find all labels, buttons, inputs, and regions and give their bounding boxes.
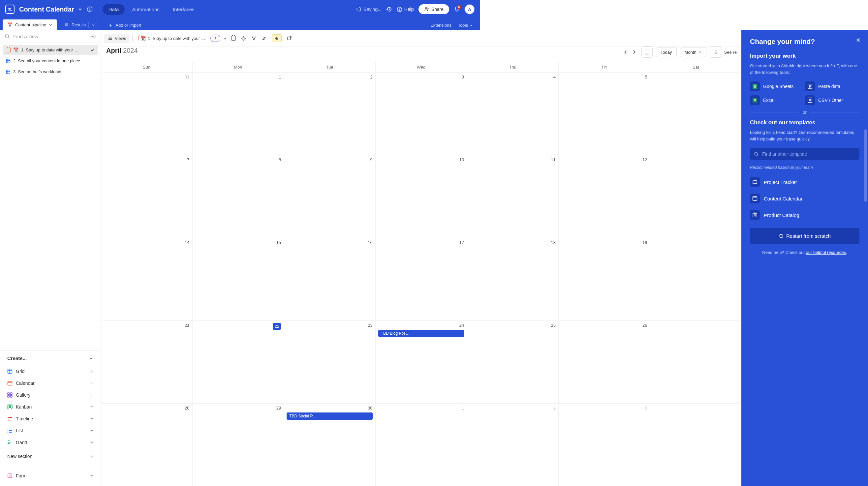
day-number: 16 [287, 240, 373, 245]
day-number: 3 [378, 74, 464, 79]
grid-view-icon [6, 70, 10, 74]
views-toggle[interactable]: Views [104, 34, 130, 43]
tools-label: Tools [458, 23, 468, 28]
weekday-header: Tue [284, 62, 375, 72]
calendar-day[interactable]: 8 [192, 155, 284, 238]
day-number: 1 [195, 74, 281, 79]
tools-button[interactable]: Tools [458, 23, 473, 28]
notifications-button[interactable]: 6 [454, 6, 460, 12]
calendar-day[interactable]: 16 [284, 238, 375, 269]
people-icon [424, 7, 429, 12]
calendar-day[interactable]: 14 [101, 238, 192, 269]
day-number: 15 [195, 240, 281, 245]
svg-rect-33 [287, 37, 290, 40]
chevron-down-icon[interactable] [78, 7, 82, 11]
svg-point-14 [93, 36, 94, 37]
month-title: April 2024 [105, 47, 138, 58]
table-tab-content-pipeline[interactable]: 📅 Content pipeline [3, 20, 57, 30]
chevron-down-icon[interactable] [91, 23, 95, 27]
pipeline-label: Content pipeline [15, 23, 46, 27]
sidebar-view-item[interactable]: 2. See all your content in one place [3, 56, 98, 66]
calendar-day[interactable]: 18 [467, 238, 480, 269]
sidebar-view-item[interactable]: 📆1. Stay up to date with your … [3, 45, 98, 55]
share-label: Share [431, 7, 443, 12]
svg-point-3 [357, 7, 361, 11]
day-number: 4 [470, 74, 480, 79]
weekday-header: Sun [101, 62, 192, 72]
calendar-day[interactable]: 9 [284, 155, 375, 238]
ai-button[interactable] [210, 35, 220, 42]
calendar-day[interactable]: 1 [192, 72, 284, 155]
current-view-label: 1. Stay up to date with your … [148, 36, 205, 41]
extensions-button[interactable]: Extensions [430, 23, 452, 28]
chevron-down-icon[interactable] [223, 37, 226, 40]
app-icon[interactable]: 31 [5, 5, 14, 14]
section-icon [65, 23, 69, 27]
svg-rect-15 [7, 59, 10, 63]
menu-icon [108, 36, 113, 40]
settings-icon[interactable] [241, 36, 246, 41]
weekday-header: Thu [467, 62, 480, 72]
day-number: 9 [287, 157, 373, 162]
find-view-input[interactable] [13, 34, 87, 39]
gear-icon[interactable] [90, 34, 96, 39]
help-button[interactable]: Help [397, 7, 414, 12]
calendar-day[interactable]: 11 [467, 155, 480, 238]
color-button[interactable] [272, 34, 282, 42]
calendar-day[interactable]: 4 [467, 72, 480, 155]
help-label: Help [404, 7, 414, 12]
info-icon[interactable] [87, 6, 93, 12]
day-number: 18 [470, 240, 480, 245]
add-import-label: Add or import [116, 23, 141, 28]
svg-point-6 [425, 8, 426, 9]
calendar-day[interactable]: 2 [284, 72, 375, 155]
grid-view-icon [6, 59, 10, 63]
results-tab[interactable]: Results [71, 23, 86, 27]
calendar-day[interactable]: 15 [192, 238, 284, 269]
tab-data[interactable]: Data [102, 4, 125, 15]
weekday-header: Mon [192, 62, 284, 72]
current-view-chip[interactable]: 📆 1. Stay up to date with your … [135, 34, 208, 42]
spinner-icon [356, 7, 362, 12]
calendar-emoji-icon: 📅 [7, 23, 12, 27]
day-number: 7 [103, 157, 190, 162]
share-view-icon[interactable] [287, 36, 292, 41]
calendar-day[interactable]: 3 [375, 72, 467, 155]
calendar-view-icon [6, 48, 10, 53]
views-label: Views [115, 36, 126, 41]
view-label: 1. Stay up to date with your … [21, 47, 79, 53]
tab-interfaces[interactable]: Interfaces [167, 4, 200, 15]
date-field-icon[interactable] [231, 36, 236, 40]
day-number: 31 [103, 74, 190, 79]
calendar-day[interactable]: 31 [101, 72, 192, 155]
divider [98, 22, 98, 28]
history-icon[interactable] [386, 6, 392, 12]
view-label: 2. See all your content in one place [13, 58, 80, 63]
calendar-day[interactable]: 10 [375, 155, 467, 238]
check-icon [90, 48, 95, 53]
chevron-down-icon[interactable] [49, 23, 53, 27]
sidebar-view-item[interactable]: 3. See author's workloads [3, 67, 98, 77]
notification-count: 6 [457, 5, 461, 9]
add-or-import-button[interactable]: Add or import [106, 20, 144, 30]
svg-rect-2 [89, 9, 90, 10]
divider [132, 35, 132, 41]
paint-bucket-icon [274, 36, 279, 40]
view-label: 3. See author's workloads [13, 69, 62, 74]
day-number: 2 [287, 74, 373, 79]
tab-automations[interactable]: Automations [126, 4, 165, 15]
calendar-day[interactable]: 7 [101, 155, 192, 238]
filter-icon[interactable] [251, 36, 256, 41]
saving-indicator: Saving... [356, 7, 381, 12]
calendar-day[interactable]: 17 [375, 238, 467, 269]
svg-point-1 [89, 8, 90, 8]
svg-point-5 [399, 10, 400, 11]
day-number: 14 [103, 240, 190, 245]
day-number: 10 [378, 157, 464, 162]
app-title[interactable]: Content Calendar [19, 6, 74, 13]
sparkle-icon [213, 36, 218, 40]
share-button[interactable]: Share [418, 4, 449, 14]
avatar[interactable]: A [464, 4, 475, 14]
search-icon [5, 34, 10, 39]
sort-icon[interactable] [261, 36, 267, 41]
